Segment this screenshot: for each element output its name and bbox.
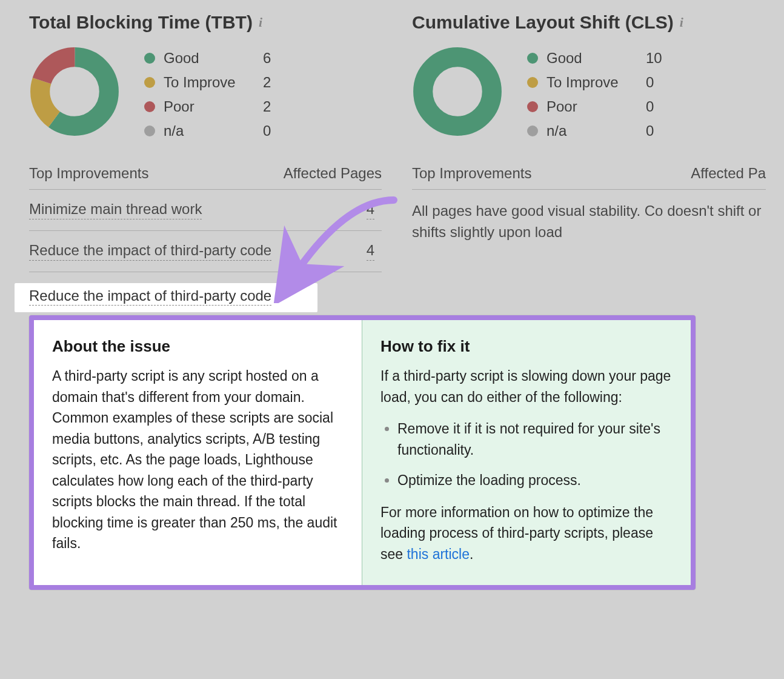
fix-item: Optimize the loading process. — [397, 470, 673, 491]
legend-label: To Improve — [164, 74, 254, 91]
dot-icon — [144, 125, 155, 136]
legend-value: 2 — [263, 74, 281, 91]
legend-row-na: n/a 0 — [527, 122, 664, 139]
legend-value: 0 — [646, 74, 664, 91]
legend-label: n/a — [546, 122, 637, 139]
about-title: About the issue — [52, 337, 344, 356]
legend-value: 10 — [646, 50, 664, 67]
col-header-improvements: Top Improvements — [412, 165, 531, 182]
improvement-link[interactable]: Minimize main thread work — [29, 201, 202, 219]
legend-label: Good — [546, 50, 637, 67]
fix-outro: For more information on how to optimize … — [380, 502, 673, 565]
legend-value: 6 — [263, 50, 281, 67]
tbt-legend: Good 6 To Improve 2 Poor 2 n/a 0 — [144, 46, 281, 139]
legend-value: 0 — [646, 98, 664, 115]
tbt-donut-chart — [29, 46, 120, 137]
improvement-link[interactable]: Reduce the impact of third-party code — [29, 287, 271, 306]
issue-popup: About the issue A third-party script is … — [29, 315, 696, 590]
legend-label: Good — [164, 50, 254, 67]
fix-list: Remove it if it is not required for your… — [384, 418, 673, 491]
legend-row-poor: Poor 2 — [144, 98, 281, 115]
improvement-row[interactable]: Reduce the impact of third-party code 4 — [29, 231, 382, 272]
popup-about: About the issue A third-party script is … — [34, 320, 362, 585]
col-header-improvements: Top Improvements — [29, 165, 148, 182]
improvements-header: Top Improvements Affected Pa — [412, 165, 766, 190]
dot-icon — [144, 101, 155, 112]
highlighted-improvement[interactable]: Reduce the impact of third-party code — [29, 287, 271, 304]
info-icon[interactable]: i — [259, 15, 262, 30]
fix-title: How to fix it — [380, 337, 673, 356]
cls-donut-chart — [412, 46, 503, 137]
cls-note: All pages have good visual stability. Co… — [412, 190, 766, 243]
legend-label: Poor — [164, 98, 254, 115]
legend-row-improve: To Improve 2 — [144, 74, 281, 91]
dot-icon — [144, 53, 155, 64]
improvement-count: 4 — [367, 242, 374, 261]
dot-icon — [527, 125, 538, 136]
tbt-panel: Total Blocking Time (TBT) i Good 6 — [0, 0, 400, 284]
about-body: A third-party script is any script hoste… — [52, 366, 344, 554]
svg-point-4 — [423, 57, 492, 126]
improvement-count: 4 — [367, 201, 374, 219]
legend-label: To Improve — [546, 74, 637, 91]
legend-label: n/a — [164, 122, 254, 139]
legend-row-good: Good 6 — [144, 50, 281, 67]
legend-label: Poor — [546, 98, 637, 115]
tbt-title: Total Blocking Time (TBT) — [29, 12, 253, 33]
legend-row-na: n/a 0 — [144, 122, 281, 139]
col-header-affected: Affected Pages — [284, 165, 382, 182]
popup-fix: How to fix it If a third-party script is… — [362, 320, 691, 585]
improvement-link[interactable]: Reduce the impact of third-party code — [29, 242, 271, 261]
info-icon[interactable]: i — [680, 15, 683, 30]
dot-icon — [527, 53, 538, 64]
cls-title: Cumulative Layout Shift (CLS) — [412, 12, 674, 33]
cls-legend: Good 10 To Improve 0 Poor 0 n/a 0 — [527, 46, 664, 139]
dot-icon — [144, 77, 155, 88]
dot-icon — [527, 101, 538, 112]
legend-value: 0 — [263, 122, 281, 139]
legend-value: 0 — [646, 122, 664, 139]
col-header-affected: Affected Pa — [691, 165, 766, 182]
legend-row-good: Good 10 — [527, 50, 664, 67]
dot-icon — [527, 77, 538, 88]
legend-row-improve: To Improve 0 — [527, 74, 664, 91]
legend-value: 2 — [263, 98, 281, 115]
fix-outro-post: . — [470, 546, 473, 562]
fix-intro: If a third-party script is slowing down … — [380, 366, 673, 407]
article-link[interactable]: this article — [407, 546, 470, 562]
cls-panel: Cumulative Layout Shift (CLS) i Good 10 … — [400, 0, 784, 284]
legend-row-poor: Poor 0 — [527, 98, 664, 115]
fix-item: Remove it if it is not required for your… — [397, 418, 673, 460]
improvements-header: Top Improvements Affected Pages — [29, 165, 382, 190]
improvement-row[interactable]: Minimize main thread work 4 — [29, 190, 382, 231]
